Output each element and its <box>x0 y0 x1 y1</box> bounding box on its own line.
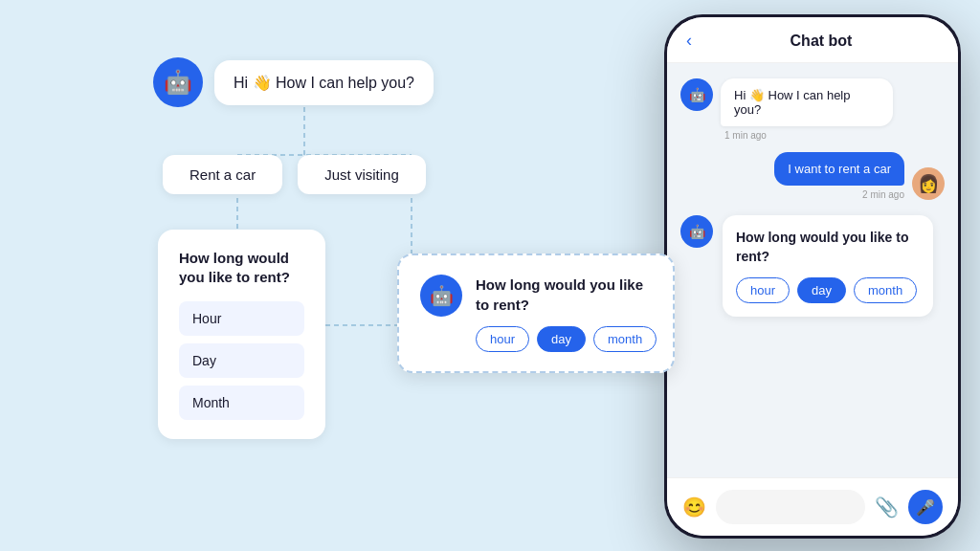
month-chip[interactable]: month <box>854 277 917 303</box>
chat-bot-avatar-2: 🤖 <box>680 215 713 248</box>
bot-message-1-time: 1 min ago <box>724 130 893 141</box>
greeting-bubble: Hi 👋 How I can help you? <box>214 60 434 105</box>
popup-bot-avatar: 🤖 <box>420 275 462 317</box>
bot-avatar-greeting: 🤖 <box>153 57 203 107</box>
mic-icon: 🎤 <box>916 498 935 517</box>
phone-mockup: ‹ Chat bot 🤖 Hi 👋 How I can help you? 1 … <box>664 14 961 539</box>
message-input[interactable] <box>716 490 865 524</box>
day-option[interactable]: Day <box>179 343 304 378</box>
mic-button[interactable]: 🎤 <box>908 490 943 524</box>
bot-bubble-wrap-1: Hi 👋 How I can help you? 1 min ago <box>721 78 893 141</box>
paperclip-icon[interactable]: 📎 <box>875 496 899 518</box>
bot-avatar-icon: 🤖 <box>164 69 192 96</box>
user-avatar: 👩 <box>912 167 945 200</box>
phone-footer: 😊 📎 🎤 <box>667 477 958 536</box>
popup-question-text: How long would you like to rent? <box>476 275 657 315</box>
phone-frame: ‹ Chat bot 🤖 Hi 👋 How I can help you? 1 … <box>664 14 961 539</box>
user-message-1-time: 2 min ago <box>862 189 904 200</box>
chat-bot-icon-2: 🤖 <box>689 224 705 239</box>
chips-row: hour day month <box>736 277 920 303</box>
popup-hour-chip[interactable]: hour <box>476 326 529 352</box>
rent-box-title: How long would you like to rent? <box>179 249 304 286</box>
chat-bot-avatar-1: 🤖 <box>680 78 713 111</box>
rent-duration-box: How long would you like to rent? Hour Da… <box>158 230 325 439</box>
bot-bubble-1: Hi 👋 How I can help you? <box>721 78 893 126</box>
main-options-row: Rent a car Just visiting <box>163 155 426 194</box>
phone-header: ‹ Chat bot <box>667 17 958 63</box>
phone-screen: ‹ Chat bot 🤖 Hi 👋 How I can help you? 1 … <box>667 17 958 536</box>
popup-chips-row: hour day month <box>476 326 657 352</box>
hour-chip[interactable]: hour <box>736 277 790 303</box>
user-message-1: I want to rent a car 2 min ago 👩 <box>680 152 945 200</box>
bot-message-1: 🤖 Hi 👋 How I can help you? 1 min ago <box>680 78 945 141</box>
rent-car-option[interactable]: Rent a car <box>163 155 282 194</box>
month-option[interactable]: Month <box>179 386 304 420</box>
chat-area: 🤖 Hi 👋 How I can help you? 1 min ago I w… <box>667 63 958 477</box>
just-visiting-option[interactable]: Just visiting <box>298 155 426 194</box>
back-button[interactable]: ‹ <box>686 31 692 51</box>
bot-question-card: 🤖 How long would you like to rent? hour … <box>680 215 945 317</box>
chat-bot-icon-1: 🤖 <box>689 87 705 102</box>
popup-card-content: How long would you like to rent? hour da… <box>476 275 657 352</box>
emoji-icon[interactable]: 😊 <box>682 496 706 518</box>
user-bubble-1: I want to rent a car <box>774 152 904 186</box>
question-card-body: How long would you like to rent? hour da… <box>723 215 933 317</box>
question-text: How long would you like to rent? <box>736 229 920 266</box>
popup-day-chip[interactable]: day <box>537 326 586 352</box>
day-chip[interactable]: day <box>797 277 846 303</box>
phone-title: Chat bot <box>703 33 939 50</box>
user-message-wrap-1: I want to rent a car 2 min ago <box>774 152 904 200</box>
popup-question-card: 🤖 How long would you like to rent? hour … <box>397 253 675 373</box>
popup-month-chip[interactable]: month <box>593 326 657 352</box>
bot-greeting-section: 🤖 Hi 👋 How I can help you? <box>153 57 434 107</box>
hour-option[interactable]: Hour <box>179 301 304 336</box>
